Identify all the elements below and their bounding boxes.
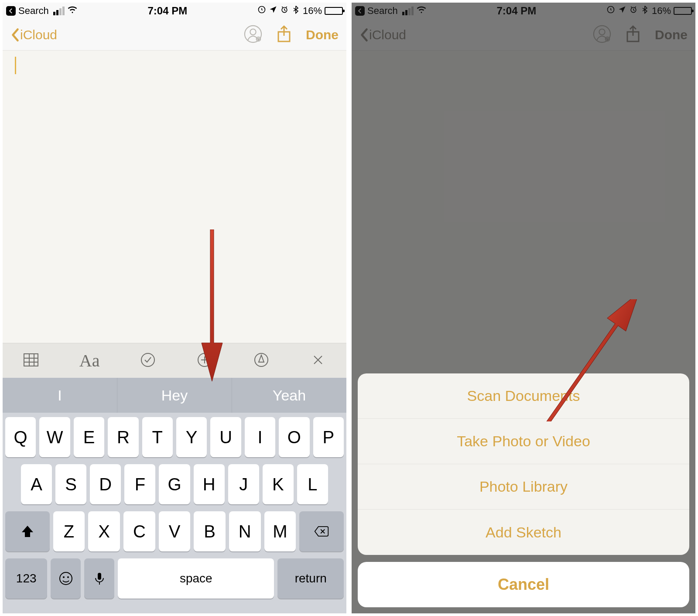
status-time: 7:04 PM — [147, 5, 187, 17]
key-a[interactable]: A — [21, 464, 52, 504]
key-m[interactable]: M — [264, 511, 296, 551]
back-label: iCloud — [20, 27, 57, 42]
alarm-icon — [280, 5, 289, 17]
back-button[interactable]: iCloud — [10, 27, 57, 42]
key-p[interactable]: P — [313, 417, 344, 457]
key-d[interactable]: D — [90, 464, 121, 504]
svg-point-3 — [250, 29, 256, 34]
text-cursor — [15, 57, 16, 74]
key-n[interactable]: N — [229, 511, 261, 551]
key-z[interactable]: Z — [53, 511, 85, 551]
key-q[interactable]: Q — [5, 417, 36, 457]
key-v[interactable]: V — [159, 511, 191, 551]
format-toolbar: Aa — [3, 343, 346, 378]
suggestion-0[interactable]: I — [3, 378, 117, 413]
key-t[interactable]: T — [142, 417, 173, 457]
suggestion-2[interactable]: Yeah — [232, 378, 346, 413]
key-j[interactable]: J — [228, 464, 259, 504]
key-k[interactable]: K — [263, 464, 294, 504]
keyboard-area: Aa I Hey Yeah Q W E R T Y U I O P — [3, 343, 346, 613]
done-button[interactable]: Done — [306, 27, 339, 42]
status-bar: Search 7:04 PM 16% — [3, 3, 346, 19]
key-f[interactable]: F — [124, 464, 155, 504]
keyboard: Q W E R T Y U I O P A S D F G H J K L — [3, 413, 346, 613]
key-space[interactable]: space — [118, 558, 274, 599]
key-s[interactable]: S — [55, 464, 86, 504]
collaborate-icon[interactable] — [244, 25, 262, 45]
note-editor[interactable] — [3, 51, 346, 343]
table-icon[interactable] — [23, 352, 39, 370]
markup-icon[interactable] — [253, 352, 270, 370]
battery-icon — [325, 7, 343, 15]
svg-point-12 — [67, 576, 69, 578]
key-dictation[interactable] — [84, 558, 114, 599]
svg-point-11 — [63, 576, 65, 578]
key-l[interactable]: L — [297, 464, 328, 504]
sheet-cancel-button[interactable]: Cancel — [358, 562, 689, 607]
checklist-icon[interactable] — [140, 352, 156, 370]
svg-point-7 — [141, 353, 154, 366]
svg-point-10 — [60, 572, 72, 585]
key-shift[interactable] — [5, 511, 50, 551]
nav-bar: iCloud Done — [3, 19, 346, 51]
key-w[interactable]: W — [39, 417, 70, 457]
action-sheet-group: Scan Documents Take Photo or Video Photo… — [358, 373, 689, 555]
text-style-button[interactable]: Aa — [79, 350, 100, 371]
key-e[interactable]: E — [74, 417, 104, 457]
battery-percent: 16% — [303, 5, 322, 17]
key-i[interactable]: I — [245, 417, 275, 457]
sheet-add-sketch[interactable]: Add Sketch — [358, 510, 689, 555]
breadcrumb-back-icon[interactable] — [6, 6, 16, 16]
key-backspace[interactable] — [299, 511, 344, 551]
action-sheet: Scan Documents Take Photo or Video Photo… — [358, 373, 689, 607]
sheet-take-photo-video[interactable]: Take Photo or Video — [358, 419, 689, 464]
location-icon — [269, 5, 277, 17]
key-numbers[interactable]: 123 — [5, 558, 47, 599]
sheet-scan-documents[interactable]: Scan Documents — [358, 373, 689, 419]
key-y[interactable]: Y — [176, 417, 207, 457]
rotation-lock-icon — [257, 5, 266, 17]
svg-rect-6 — [24, 354, 38, 366]
key-r[interactable]: R — [108, 417, 138, 457]
key-x[interactable]: X — [88, 511, 120, 551]
key-u[interactable]: U — [210, 417, 241, 457]
key-emoji[interactable] — [51, 558, 81, 599]
suggestion-1[interactable]: Hey — [117, 378, 232, 413]
cell-signal-icon — [53, 7, 65, 15]
key-g[interactable]: G — [159, 464, 190, 504]
breadcrumb-search-label[interactable]: Search — [18, 5, 49, 17]
key-return[interactable]: return — [277, 558, 344, 599]
share-icon[interactable] — [276, 25, 292, 45]
wifi-icon — [67, 4, 78, 17]
close-toolbar-icon[interactable] — [310, 352, 326, 370]
bluetooth-icon — [291, 5, 300, 17]
svg-rect-13 — [98, 573, 101, 580]
key-o[interactable]: O — [279, 417, 309, 457]
sheet-photo-library[interactable]: Photo Library — [358, 464, 689, 510]
key-h[interactable]: H — [194, 464, 225, 504]
predictive-bar: I Hey Yeah — [3, 378, 346, 413]
key-c[interactable]: C — [123, 511, 155, 551]
phone-left: Search 7:04 PM 16% iCloud — [3, 3, 346, 613]
key-b[interactable]: B — [194, 511, 226, 551]
phone-right: Search 7:04 PM 16% iCloud — [352, 3, 695, 613]
add-attachment-icon[interactable] — [196, 352, 213, 370]
